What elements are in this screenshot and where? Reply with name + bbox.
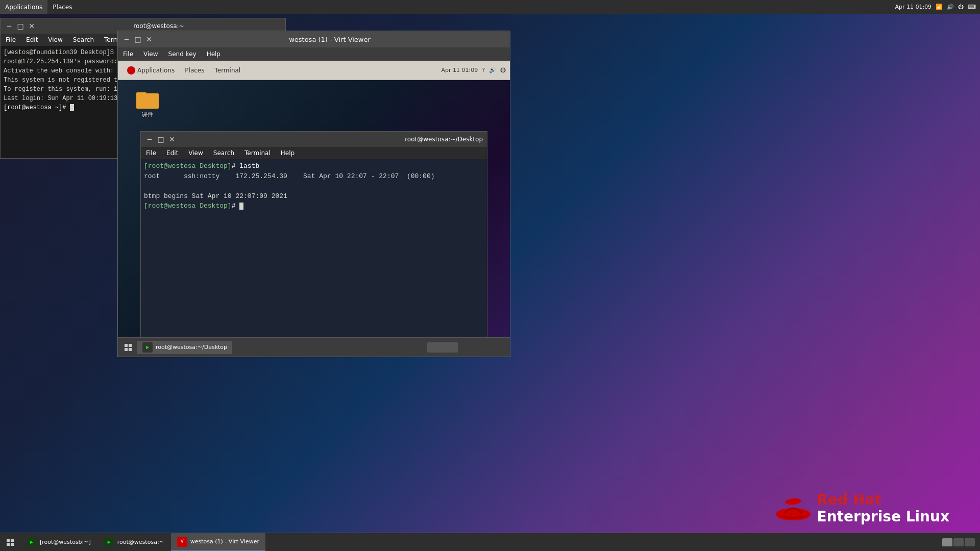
inner-line-4: btmp begins Sat Apr 10 22:07:09 2021: [144, 191, 484, 202]
vm-desktop-folder[interactable]: 课件: [131, 90, 164, 118]
host-panel-power-icon: ⏻: [958, 4, 964, 10]
host-panel-wifi-icon: 📶: [936, 4, 943, 10]
virt-taskbar-icon[interactable]: [121, 340, 135, 355]
host-taskbar-grid[interactable]: [3, 535, 17, 549]
virt-toolbar-right: Apr 11 01:09 ? 🔊 ⏻: [441, 67, 506, 73]
inner-line-3: [144, 181, 484, 191]
inner-line-2: root ssh:notty 172.25.254.39 Sat Apr 10 …: [144, 171, 484, 182]
virt-menu-help[interactable]: Help: [202, 48, 226, 60]
inner-menu-help[interactable]: Help: [276, 147, 300, 159]
inner-menu-edit[interactable]: Edit: [161, 147, 183, 159]
virt-toolbar-terminal[interactable]: Terminal: [209, 65, 246, 76]
virt-title: westosa (1) - Virt Viewer: [154, 36, 506, 43]
host-panel-applications[interactable]: Applications: [0, 0, 47, 14]
outer-terminal-minimize[interactable]: ─: [5, 21, 14, 31]
host-app-virtviewer[interactable]: V westosa (1) - Virt Viewer: [171, 533, 265, 552]
redhat-logo-container: Red Hat Enterprise Linux: [775, 491, 949, 525]
host-app-terminal1[interactable]: ▶ [root@westosb:~]: [20, 533, 97, 552]
svg-rect-11: [11, 539, 14, 542]
host-taskbar-right: [942, 538, 980, 546]
inner-terminal-minimize[interactable]: ─: [145, 135, 154, 144]
virt-taskbar-label: root@westosa:~/Desktop: [156, 344, 227, 350]
inner-terminal-title: root@westosa:~/Desktop: [405, 136, 483, 143]
virt-menu-view[interactable]: View: [138, 48, 163, 60]
svg-rect-3: [125, 344, 128, 347]
virt-maximize-btn[interactable]: □: [133, 35, 142, 44]
virt-toolbar-help-icon[interactable]: ?: [482, 67, 485, 73]
inner-menu-terminal[interactable]: Terminal: [239, 147, 276, 159]
host-panel-sound-icon: 🔊: [947, 4, 954, 10]
svg-rect-4: [129, 344, 132, 347]
svg-rect-13: [11, 543, 14, 546]
virt-toolbar-sound-icon[interactable]: 🔊: [489, 67, 496, 73]
virt-taskbar-btn1[interactable]: [460, 340, 474, 355]
vm-screen[interactable]: 西部开源 课件 ─ □ ✕ root@westosa:~/Desktop Fil…: [118, 80, 510, 337]
virt-menu-sendkey[interactable]: Send key: [163, 48, 202, 60]
redhat-text: Red Hat Enterprise Linux: [817, 491, 949, 525]
inner-terminal-close[interactable]: ✕: [167, 135, 177, 144]
virt-toolbar-places[interactable]: Places: [180, 65, 209, 76]
inner-line-5: [root@westosa Desktop]#: [144, 201, 484, 211]
host-taskbar-apps: ▶ [root@westosb:~] ▶ root@westosa:~ V we…: [20, 533, 942, 552]
inner-terminal-maximize[interactable]: □: [156, 135, 165, 144]
host-app-terminal2[interactable]: ▶ root@westosa:~: [98, 533, 170, 552]
redhat-logo: Red Hat Enterprise Linux: [775, 491, 949, 525]
inner-menu-view[interactable]: View: [183, 147, 208, 159]
virt-minimize-btn[interactable]: ─: [122, 35, 131, 44]
outer-terminal-maximize[interactable]: □: [16, 21, 25, 31]
virt-toolbar-power-icon[interactable]: ⏻: [500, 67, 506, 73]
virt-taskbar-resize[interactable]: [427, 342, 458, 353]
folder-label: 课件: [142, 111, 153, 118]
virt-taskbar-btn2[interactable]: [476, 340, 491, 355]
host-top-panel: Applications Places Apr 11 01:09 📶 🔊 ⏻ ⌨: [0, 0, 980, 14]
taskbar-terminal-icon: ▶: [142, 342, 153, 353]
inner-terminal-content[interactable]: [root@westosa Desktop]# lastb root ssh:n…: [141, 159, 487, 337]
outer-menu-file[interactable]: File: [1, 34, 21, 46]
terminal1-icon: ▶: [27, 537, 37, 547]
host-taskbar: ▶ [root@westosb:~] ▶ root@westosa:~ V we…: [0, 533, 980, 551]
virt-taskbar: ▶ root@westosa:~/Desktop: [118, 337, 510, 357]
terminal2-icon: ▶: [104, 537, 114, 547]
host-app-terminal2-label: root@westosa:~: [117, 539, 164, 545]
inner-terminal-menubar: File Edit View Search Terminal Help: [141, 147, 487, 159]
virt-toolbar-datetime: Apr 11 01:09: [441, 67, 478, 73]
virt-toolbar-left: Applications Places Terminal: [122, 64, 246, 77]
svg-rect-12: [7, 543, 10, 546]
virt-toolbar: Applications Places Terminal Apr 11 01:0…: [118, 61, 510, 80]
inner-line-1: [root@westosa Desktop]# lastb: [144, 161, 484, 171]
host-app-virtviewer-label: westosa (1) - Virt Viewer: [190, 538, 259, 545]
redhat-hat-icon: [775, 493, 811, 523]
outer-menu-edit[interactable]: Edit: [21, 34, 43, 46]
host-app-terminal1-label: [root@westosb:~]: [40, 539, 91, 545]
outer-menu-search[interactable]: Search: [68, 34, 99, 46]
svg-rect-6: [129, 348, 132, 351]
host-panel-kbd-icon: ⌨: [968, 4, 976, 10]
outer-terminal-close[interactable]: ✕: [27, 21, 36, 31]
workspace-buttons: [942, 538, 975, 546]
outer-menu-view[interactable]: View: [43, 34, 67, 46]
folder-icon: [136, 90, 159, 109]
inner-menu-file[interactable]: File: [141, 147, 161, 159]
host-taskbar-left: [0, 535, 20, 549]
inner-terminal-titlebar[interactable]: ─ □ ✕ root@westosa:~/Desktop: [141, 132, 487, 147]
virt-close-btn[interactable]: ✕: [144, 35, 154, 44]
virtviewer-icon: V: [177, 537, 187, 547]
virt-viewer-titlebar[interactable]: ─ □ ✕ westosa (1) - Virt Viewer: [118, 31, 510, 47]
workspace-1[interactable]: [942, 538, 952, 546]
host-panel-datetime: Apr 11 01:09: [895, 4, 932, 10]
inner-terminal-window: ─ □ ✕ root@westosa:~/Desktop File Edit V…: [140, 131, 487, 337]
virt-taskbar-window[interactable]: ▶ root@westosa:~/Desktop: [137, 341, 232, 354]
virt-toolbar-applications[interactable]: Applications: [122, 64, 180, 77]
svg-point-9: [785, 498, 801, 506]
virt-viewer-window: ─ □ ✕ westosa (1) - Virt Viewer File Vie…: [117, 31, 510, 357]
virt-menu-file[interactable]: File: [118, 48, 138, 60]
workspace-3[interactable]: [965, 538, 975, 546]
virt-taskbar-btn3[interactable]: [493, 340, 507, 355]
virt-menubar: File View Send key Help: [118, 47, 510, 61]
workspace-2[interactable]: [953, 538, 964, 546]
host-panel-places[interactable]: Places: [47, 0, 77, 14]
svg-rect-10: [7, 539, 10, 542]
outer-terminal-title: root@westosa:~: [36, 22, 281, 30]
redhat-small-icon: [127, 66, 135, 74]
inner-menu-search[interactable]: Search: [208, 147, 239, 159]
